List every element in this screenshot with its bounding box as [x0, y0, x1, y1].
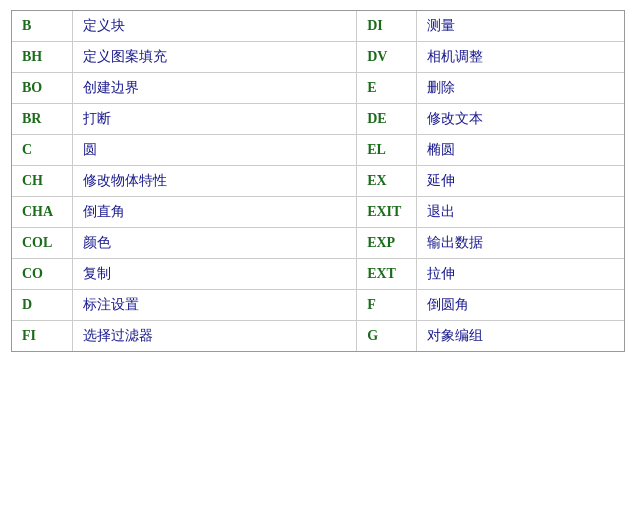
description-2: 相机调整	[417, 42, 624, 73]
description-1: 倒直角	[72, 197, 357, 228]
command-2: F	[357, 290, 417, 321]
description-2: 删除	[417, 73, 624, 104]
description-1: 定义图案填充	[72, 42, 357, 73]
command-1: BR	[12, 104, 72, 135]
description-1: 定义块	[72, 11, 357, 42]
description-1: 修改物体特性	[72, 166, 357, 197]
description-2: 延伸	[417, 166, 624, 197]
command-2: DI	[357, 11, 417, 42]
description-2: 对象编组	[417, 321, 624, 352]
description-2: 退出	[417, 197, 624, 228]
description-1: 复制	[72, 259, 357, 290]
table-row: FI 选择过滤器 G 对象编组	[12, 321, 624, 352]
description-2: 测量	[417, 11, 624, 42]
description-2: 拉伸	[417, 259, 624, 290]
description-1: 标注设置	[72, 290, 357, 321]
description-2: 椭圆	[417, 135, 624, 166]
command-1: D	[12, 290, 72, 321]
table-row: COL 颜色 EXP 输出数据	[12, 228, 624, 259]
description-1: 选择过滤器	[72, 321, 357, 352]
description-1: 创建边界	[72, 73, 357, 104]
table-row: BR 打断 DE 修改文本	[12, 104, 624, 135]
command-2: E	[357, 73, 417, 104]
command-2: EXIT	[357, 197, 417, 228]
command-1: BO	[12, 73, 72, 104]
description-2: 倒圆角	[417, 290, 624, 321]
table-row: CO 复制 EXT 拉伸	[12, 259, 624, 290]
description-2: 输出数据	[417, 228, 624, 259]
command-1: CO	[12, 259, 72, 290]
table-row: CH 修改物体特性 EX 延伸	[12, 166, 624, 197]
table-row: D 标注设置 F 倒圆角	[12, 290, 624, 321]
command-1: FI	[12, 321, 72, 352]
command-2: EXT	[357, 259, 417, 290]
command-1: BH	[12, 42, 72, 73]
table-row: BO 创建边界 E 删除	[12, 73, 624, 104]
table-row: BH 定义图案填充 DV 相机调整	[12, 42, 624, 73]
description-2: 修改文本	[417, 104, 624, 135]
table-row: B 定义块 DI 测量	[12, 11, 624, 42]
command-1: CHA	[12, 197, 72, 228]
description-1: 圆	[72, 135, 357, 166]
command-1: B	[12, 11, 72, 42]
command-1: C	[12, 135, 72, 166]
command-2: EX	[357, 166, 417, 197]
command-2: EXP	[357, 228, 417, 259]
command-1: COL	[12, 228, 72, 259]
table-row: CHA 倒直角 EXIT 退出	[12, 197, 624, 228]
command-2: DE	[357, 104, 417, 135]
command-2: G	[357, 321, 417, 352]
table-row: C 圆 EL 椭圆	[12, 135, 624, 166]
command-2: DV	[357, 42, 417, 73]
command-2: EL	[357, 135, 417, 166]
command-table: B 定义块 DI 测量 BH 定义图案填充 DV 相机调整 BO 创建边界 E …	[11, 10, 625, 352]
command-1: CH	[12, 166, 72, 197]
description-1: 打断	[72, 104, 357, 135]
description-1: 颜色	[72, 228, 357, 259]
